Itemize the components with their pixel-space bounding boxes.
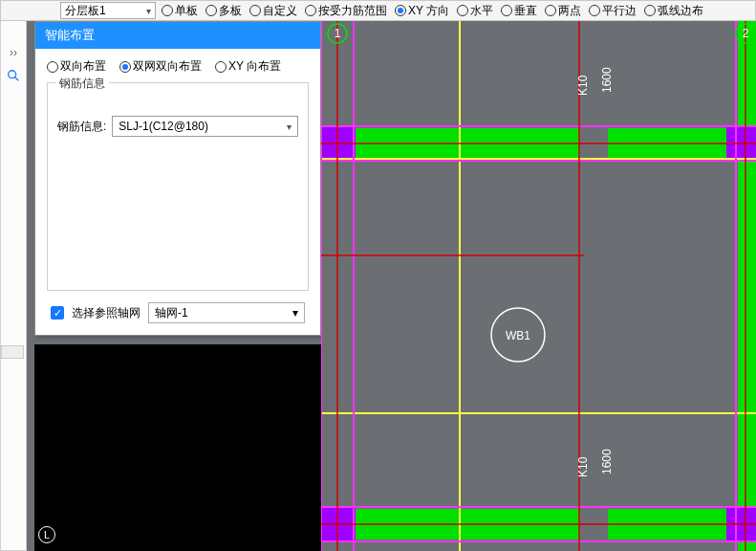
- axis-checkbox-label: 选择参照轴网: [72, 305, 140, 321]
- axis-dropdown[interactable]: 轴网-1 ▾: [148, 302, 305, 323]
- grid-marker-2: 2: [743, 27, 749, 40]
- dim-k10-a: K10: [576, 75, 590, 96]
- svg-line-1: [15, 77, 19, 81]
- grid-marker-L: L: [38, 526, 55, 543]
- axis-checkbox[interactable]: ✓: [51, 306, 64, 320]
- layer-select[interactable]: 分层板1 ▾: [60, 2, 156, 19]
- layer-select-value: 分层板1: [65, 3, 106, 19]
- grid-marker-1: 1: [335, 27, 341, 40]
- dim-k10-b: K10: [576, 456, 590, 477]
- radio-two-point[interactable]: 两点: [545, 3, 581, 19]
- expand-icon[interactable]: ››: [7, 46, 20, 59]
- dim-1600-a: 1600: [600, 67, 614, 93]
- radio-bi[interactable]: 双向布置: [47, 58, 106, 75]
- radio-double-bi[interactable]: 双网双向布置: [119, 58, 202, 75]
- smart-placement-dialog: 智能布置 双向布置 双网双向布置 XY 向布置 钢筋信息 钢筋信息: SLJ-1…: [34, 21, 321, 336]
- collapse-handle[interactable]: [1, 345, 24, 359]
- axis-dropdown-value: 轴网-1: [155, 305, 188, 321]
- dialog-title[interactable]: 智能布置: [35, 22, 320, 49]
- radio-force[interactable]: 按受力筋范围: [305, 3, 387, 19]
- chevron-down-icon: ▾: [292, 306, 298, 320]
- search-icon[interactable]: [7, 69, 20, 82]
- svg-point-0: [9, 71, 16, 78]
- left-sidebar: ››: [0, 21, 27, 551]
- radio-multi[interactable]: 多板: [205, 3, 242, 19]
- radio-vert[interactable]: 垂直: [501, 3, 537, 19]
- radio-horiz[interactable]: 水平: [457, 3, 493, 19]
- fieldset-legend: 钢筋信息: [55, 76, 109, 92]
- rebar-info-input[interactable]: SLJ-1(C12@180) ▾: [112, 116, 298, 137]
- top-toolbar: 分层板1 ▾ 单板 多板 自定义 按受力筋范围 XY 方向 水平 垂直 两点 平…: [0, 0, 756, 21]
- radio-xy-dir[interactable]: XY 向布置: [215, 58, 281, 75]
- radio-parallel[interactable]: 平行边: [589, 3, 637, 19]
- placement-mode-radios: 单板 多板 自定义 按受力筋范围 XY 方向 水平 垂直 两点 平行边 弧线边布: [162, 3, 709, 19]
- rebar-info-value: SLJ-1(C12@180): [119, 120, 208, 133]
- rebar-info-label: 钢筋信息:: [57, 119, 106, 135]
- radio-xy[interactable]: XY 方向: [395, 3, 449, 19]
- radio-arc[interactable]: 弧线边布: [644, 3, 703, 19]
- svg-rect-8: [738, 21, 756, 551]
- radio-custom[interactable]: 自定义: [249, 3, 297, 19]
- preview-panel: [34, 344, 321, 551]
- chevron-down-icon: ▾: [146, 6, 151, 16]
- placement-direction-radios: 双向布置 双网双向布置 XY 向布置: [47, 58, 309, 75]
- drawing-canvas[interactable]: 1 2 WB1 1600 K10 1600 K10: [321, 21, 756, 551]
- chevron-down-icon: ▾: [287, 121, 292, 132]
- radio-single[interactable]: 单板: [162, 3, 198, 19]
- drawing-svg: 1 2 WB1 1600 K10 1600 K10: [321, 21, 756, 551]
- rebar-info-fieldset: 钢筋信息 钢筋信息: SLJ-1(C12@180) ▾: [47, 82, 309, 291]
- dim-1600-b: 1600: [600, 449, 614, 474]
- slab-label: WB1: [506, 329, 530, 342]
